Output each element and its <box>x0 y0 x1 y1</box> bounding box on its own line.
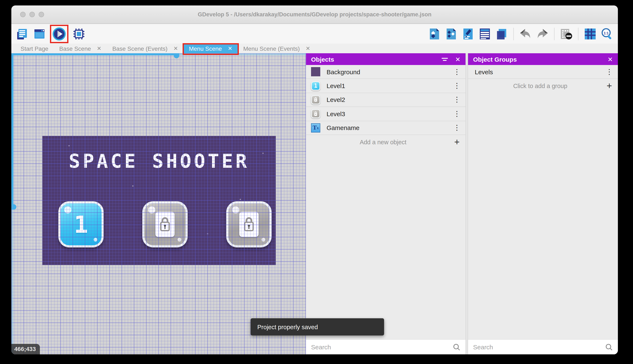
vertical-scrollbar[interactable] <box>11 53 14 354</box>
gamename-text-instance[interactable]: SPACE SHOOTER <box>42 150 276 172</box>
gdevelop-window: GDevelop 5 - /Users/dkarakay/Documents/G… <box>11 6 618 354</box>
object-row-level2[interactable]: Level2 ⋮ <box>306 93 466 107</box>
object-groups-panel-title: Object Groups <box>473 56 517 63</box>
tab-start-page[interactable]: Start Page <box>15 44 54 53</box>
objects-panel-header: Objects ✕ <box>306 53 466 65</box>
object-row-level1[interactable]: 1 Level1 ⋮ <box>306 79 466 93</box>
undo-icon[interactable] <box>519 27 532 40</box>
objects-editor-icon[interactable] <box>428 27 441 40</box>
group-row-levels[interactable]: Levels ⋮ <box>468 65 618 79</box>
locked-button-thumbnail <box>311 95 320 104</box>
level1-button-thumbnail: 1 <box>311 81 320 90</box>
object-row-level3[interactable]: Level3 ⋮ <box>306 107 466 121</box>
groups-search-input[interactable] <box>473 344 605 350</box>
tab-label: Base Scene (Events) <box>112 45 167 52</box>
more-options-icon[interactable]: ⋮ <box>453 67 460 76</box>
layers-icon[interactable] <box>495 27 508 40</box>
level1-button-instance[interactable]: 1 <box>58 201 104 248</box>
filter-icon[interactable] <box>442 58 448 60</box>
objects-panel-title: Objects <box>311 56 334 63</box>
object-groups-panel-empty-space <box>468 93 618 339</box>
annotation-box-play <box>50 24 68 43</box>
groups-search-bar <box>468 339 618 354</box>
toolbar-separator <box>578 28 578 40</box>
level3-button-instance[interactable] <box>226 201 271 248</box>
tab-close-icon[interactable]: ✕ <box>173 45 178 52</box>
horizontal-scrollbar[interactable] <box>11 53 306 55</box>
level1-number: 1 <box>74 211 88 238</box>
open-window-icon[interactable] <box>33 27 46 40</box>
toolbar-separator <box>513 28 514 40</box>
redo-icon[interactable] <box>536 27 549 40</box>
more-options-icon[interactable]: ⋮ <box>453 81 460 90</box>
zoom-window-button[interactable] <box>39 12 44 17</box>
level2-button-instance[interactable] <box>142 201 188 248</box>
tab-label: Menu Scene (Events) <box>243 45 300 52</box>
window-title: GDevelop 5 - /Users/dkarakay/Documents/G… <box>11 11 618 18</box>
horizontal-scrollbar-marker[interactable] <box>174 53 179 58</box>
zoom-original-icon[interactable]: 1:1 <box>600 27 614 40</box>
add-object-row[interactable]: Add a new object + <box>306 135 466 149</box>
vertical-scrollbar-thumb[interactable] <box>11 53 14 210</box>
more-options-icon[interactable]: ⋮ <box>606 67 613 76</box>
save-toast: Project properly saved <box>251 318 384 336</box>
tab-base-scene-events[interactable]: Base Scene (Events) ✕ <box>107 44 183 53</box>
objects-search-bar <box>306 339 466 354</box>
more-options-icon[interactable]: ⋮ <box>453 124 460 132</box>
tab-base-scene[interactable]: Base Scene ✕ <box>54 44 107 53</box>
add-object-plus-icon[interactable]: + <box>454 137 460 146</box>
more-options-icon[interactable]: ⋮ <box>453 110 460 118</box>
toolbar-left-group <box>16 24 86 43</box>
objects-panel-empty-space <box>306 149 466 339</box>
search-icon[interactable] <box>453 343 460 351</box>
screenshot-stage: GDevelop 5 - /Users/dkarakay/Documents/G… <box>0 0 633 364</box>
add-group-plus-icon[interactable]: + <box>606 81 612 90</box>
object-row-background[interactable]: Background ⋮ <box>306 65 466 79</box>
minimize-window-button[interactable] <box>29 12 35 17</box>
project-manager-icon[interactable] <box>16 27 29 40</box>
panel-resize-divider[interactable] <box>466 53 468 354</box>
scene-background-instance[interactable]: SPACE SHOOTER 1 <box>42 136 276 265</box>
locked-button-thumbnail <box>311 109 320 118</box>
vertical-scrollbar-marker[interactable] <box>11 204 16 210</box>
object-row-gamename[interactable]: Tx Gamename ⋮ <box>306 121 466 135</box>
tab-close-icon[interactable]: ✕ <box>228 45 232 52</box>
tab-menu-scene[interactable]: Menu Scene ✕ <box>183 44 238 53</box>
debug-icon[interactable] <box>72 27 86 40</box>
toolbar-right-group: 1:1 <box>428 27 614 40</box>
close-window-button[interactable] <box>20 12 26 17</box>
instances-list-icon[interactable] <box>478 27 492 40</box>
tab-label: Menu Scene <box>189 45 222 52</box>
toolbar-separator <box>554 28 554 40</box>
close-object-groups-panel-icon[interactable]: ✕ <box>607 56 613 62</box>
tab-menu-scene-events[interactable]: Menu Scene (Events) ✕ <box>238 44 316 53</box>
tab-bar: Start Page Base Scene ✕ Base Scene (Even… <box>11 44 618 53</box>
cursor-coordinates-badge: 466;433 <box>11 344 40 354</box>
objects-search-input[interactable] <box>311 344 453 350</box>
traffic-lights <box>20 12 44 17</box>
scene-editor-canvas[interactable]: SPACE SHOOTER 1 <box>11 53 306 354</box>
properties-icon[interactable] <box>461 27 475 40</box>
lock-icon <box>155 212 175 237</box>
search-icon[interactable] <box>605 343 613 351</box>
object-groups-panel: Object Groups ✕ Levels ⋮ Click to add a … <box>468 53 618 354</box>
titlebar: GDevelop 5 - /Users/dkarakay/Documents/G… <box>11 6 618 24</box>
grid-icon[interactable] <box>583 27 597 40</box>
object-groups-panel-header: Object Groups ✕ <box>468 53 618 65</box>
background-thumbnail <box>311 67 320 76</box>
objects-panel: Objects ✕ Background ⋮ 1 Level1 ⋮ <box>306 53 466 354</box>
close-objects-panel-icon[interactable]: ✕ <box>455 56 460 62</box>
horizontal-scrollbar-thumb[interactable] <box>11 53 178 55</box>
toggle-instances-mask-icon[interactable] <box>559 27 573 40</box>
preview-play-icon[interactable] <box>53 27 66 40</box>
add-group-row[interactable]: Click to add a group + <box>468 79 618 93</box>
main-area: SPACE SHOOTER 1 <box>11 53 618 354</box>
text-object-thumbnail: Tx <box>311 123 320 132</box>
tab-close-icon[interactable]: ✕ <box>97 45 101 52</box>
object-groups-editor-icon[interactable] <box>445 27 458 40</box>
more-options-icon[interactable]: ⋮ <box>453 96 460 104</box>
svg-text:1:1: 1:1 <box>604 31 608 35</box>
tab-label: Start Page <box>21 45 48 52</box>
toolbar: 1:1 <box>11 24 618 44</box>
tab-close-icon[interactable]: ✕ <box>305 45 310 52</box>
